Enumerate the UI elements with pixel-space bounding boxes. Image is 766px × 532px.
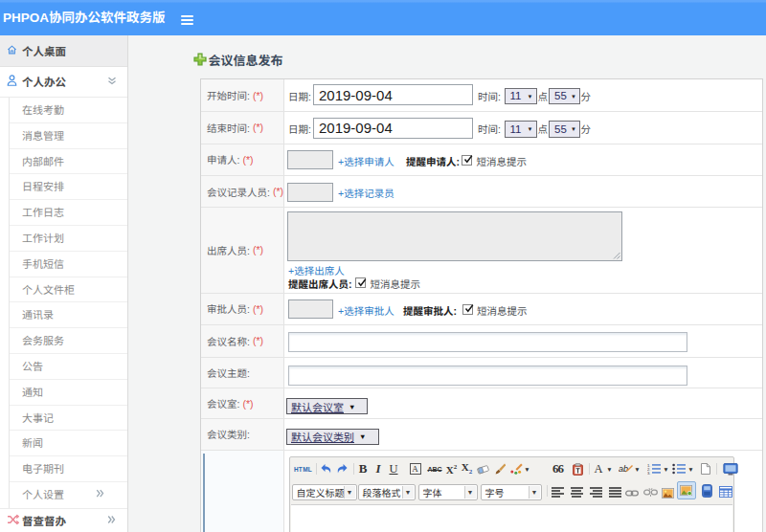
svg-text:ab: ab	[619, 464, 628, 474]
svg-text:3.: 3.	[647, 471, 651, 475]
